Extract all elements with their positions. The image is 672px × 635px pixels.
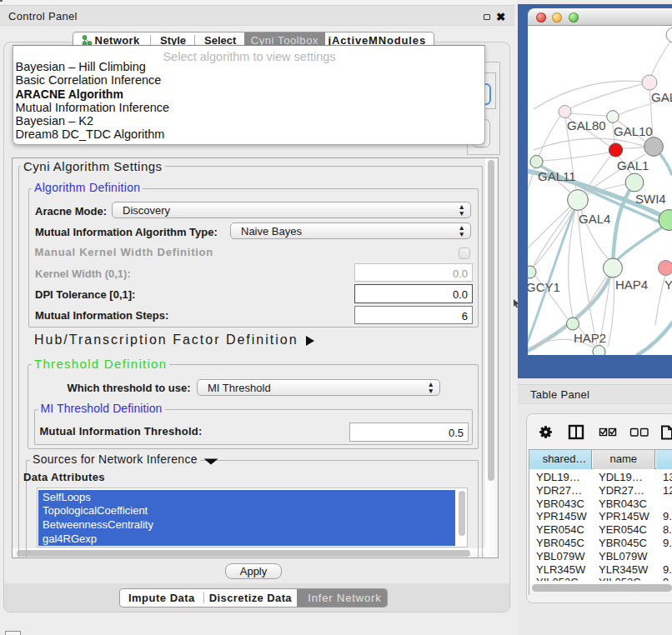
svg-text:HAP4: HAP4 <box>615 278 648 292</box>
svg-text:GAL4: GAL4 <box>579 212 610 226</box>
svg-text:GAL10: GAL10 <box>614 124 653 138</box>
svg-text:GAL1: GAL1 <box>617 158 649 172</box>
svg-text:GAL7: GAL7 <box>651 90 672 104</box>
svg-text:SWI4: SWI4 <box>635 192 666 206</box>
svg-text:Y: Y <box>664 278 672 292</box>
svg-text:GAL80: GAL80 <box>567 118 606 132</box>
svg-text:HAP2: HAP2 <box>574 331 606 345</box>
svg-text:GAL11: GAL11 <box>538 169 576 183</box>
svg-text:GCY1: GCY1 <box>528 280 560 294</box>
